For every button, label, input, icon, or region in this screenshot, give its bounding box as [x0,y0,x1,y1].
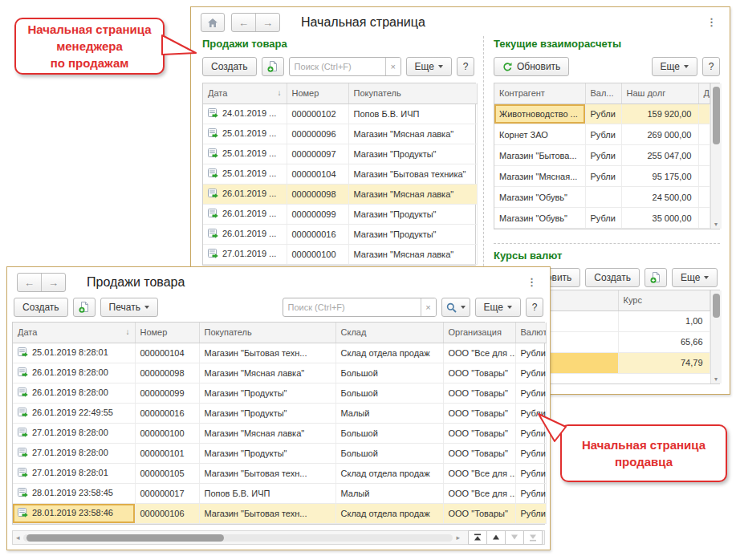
cell-x[interactable] [698,187,710,208]
cell-buyer[interactable]: Магазин "Продукты" [199,443,335,463]
cell-warehouse[interactable]: Склад отдела продаж [335,503,443,523]
cell-currency[interactable]: Рубли [515,443,546,463]
cell-number[interactable]: 000000099 [135,383,199,403]
cell-debt[interactable]: 255 047,00 [621,145,698,166]
search-input[interactable] [290,58,385,75]
cell-debt[interactable]: 159 920,00 [621,103,698,124]
window-menu-kebab-icon[interactable]: ⋮ [523,277,540,288]
cell-buyer[interactable]: Магазин "Продукты" [199,383,335,403]
cell-contractor[interactable]: Магазин "Мясная... [494,166,585,187]
window-menu-kebab-icon[interactable]: ⋮ [703,17,720,28]
col-header-debt[interactable]: Наш долг [621,83,698,103]
col-header-currency[interactable]: Вал... [585,83,621,103]
cell-currency[interactable]: Рубли [515,343,546,363]
cell-org[interactable]: ООО "Все для ... [443,343,515,363]
cell-currency[interactable]: Рубли [515,503,546,523]
more-button[interactable]: Еще [475,298,521,317]
cell-date[interactable]: 25.01.2019 8:28:01 [13,343,135,363]
table-row[interactable]: Магазин "Обувь"Рубли35 000,00 [494,208,710,229]
col-header-date[interactable]: ↓Дата [203,83,287,103]
cell-date[interactable]: 26.01.2019 ... [203,224,287,244]
cell-date[interactable]: 28.01.2019 23:58:45 [13,483,135,503]
cell-org[interactable]: ООО "Все для ... [443,463,515,483]
col-header-extra[interactable]: Д [698,83,710,103]
refresh-button[interactable]: Обновить [494,57,569,76]
table-row[interactable]: 25.01.2019 ...000000096Магазин "Мясная л… [203,124,477,144]
cell-currency[interactable]: Рубли [585,145,621,166]
scrollbar-thumb[interactable] [26,534,225,542]
cell-x[interactable] [698,166,710,187]
back-button[interactable]: ← [18,274,41,291]
cell-warehouse[interactable]: Большой [335,423,443,443]
cell-number[interactable]: 000000097 [287,144,348,164]
back-button[interactable]: ← [232,14,255,31]
cell-number[interactable]: 000000016 [135,403,199,423]
cell-buyer[interactable]: Магазин "Мясная лавка" [348,184,477,204]
cell-x[interactable] [698,145,710,166]
cell-date[interactable]: 26.01.2019 22:49:55 [13,403,135,423]
create-button[interactable]: Создать [14,298,68,317]
cell-warehouse[interactable]: Склад отдела продаж [335,463,443,483]
cell-debt[interactable]: 35 000,00 [621,208,698,229]
cell-rate[interactable]: 1,00 [618,310,710,331]
print-button[interactable]: Печать [100,298,158,317]
cell-contractor[interactable]: Магазин "Обувь" [494,208,585,229]
create-copy-button[interactable] [73,298,96,317]
go-previous-button[interactable] [487,530,506,545]
cell-date[interactable]: 28.01.2019 23:58:46 [13,503,135,523]
cell-warehouse[interactable]: Большой [335,363,443,383]
cell-x[interactable] [698,124,710,145]
cell-number[interactable]: 000000100 [135,423,199,443]
cell-x[interactable] [698,103,710,124]
settlements-panel-title[interactable]: Текущие взаиморасчеты [494,38,621,50]
cell-debt[interactable]: 95 175,00 [621,166,698,187]
cell-currency[interactable]: Рубли [585,208,621,229]
scrollbar-thumb[interactable] [713,87,720,144]
table-row[interactable]: Магазин "Бытова...Рубли255 047,00 [494,145,710,166]
cell-date[interactable]: 27.01.2019 8:28:00 [13,423,135,443]
vertical-scrollbar[interactable]: ▾ [710,290,722,383]
cell-date[interactable]: 26.01.2019 ... [203,184,287,204]
cell-currency[interactable]: Рубли [515,483,546,503]
cell-number[interactable]: 000000104 [135,343,199,363]
cell-date[interactable]: 26.01.2019 8:28:00 [13,383,135,403]
create-button[interactable]: Создать [585,268,640,287]
cell-buyer[interactable]: Магазин "Бытовая техн... [199,503,335,523]
table-row[interactable]: Магазин "Обувь"24 500,00 [494,187,710,208]
create-copy-button[interactable] [262,57,284,76]
cell-number[interactable]: 000000016 [287,224,348,244]
help-button[interactable]: ? [457,57,474,76]
more-button[interactable]: Еще [652,57,697,76]
cell-number[interactable]: 000000106 [135,503,199,523]
cell-org[interactable]: ООО "Товары" [443,423,515,443]
table-row[interactable]: Корнет ЗАОРубли269 000,00 [494,124,710,145]
cell-contractor[interactable]: Магазин "Обувь" [494,187,585,208]
cell-currency[interactable]: Рубли [515,383,546,403]
cell-org[interactable]: ООО "Товары" [443,383,515,403]
col-header-currency[interactable]: Валюта в [515,323,546,343]
scroll-down-icon[interactable]: ▾ [711,221,722,228]
table-row[interactable]: Животноводство ...Рубли159 920,00 [494,103,710,124]
cell-date[interactable]: 24.01.2019 ... [203,103,287,124]
cell-debt[interactable]: 24 500,00 [621,187,698,208]
cell-number[interactable]: 000000099 [287,204,348,224]
scrollbar-thumb[interactable] [713,294,720,318]
cell-number[interactable]: 000000098 [287,184,348,204]
col-header-buyer[interactable]: Покупатель [348,83,477,103]
table-row[interactable]: 24.01.2019 ...000000102Попов Б.В. ИЧП [203,103,477,124]
vertical-scrollbar[interactable]: ▾ [710,83,722,229]
cell-buyer[interactable]: Магазин "Мясная лавка" [348,124,477,144]
table-row[interactable]: 26.01.2019 ...000000098Магазин "Мясная л… [203,184,477,204]
clear-search-icon[interactable]: × [421,298,436,316]
cell-currency[interactable]: Рубли [585,103,621,124]
cell-number[interactable]: 000000101 [135,443,199,463]
cell-date[interactable]: 25.01.2019 ... [203,124,287,144]
cell-buyer[interactable]: Магазин "Продукты" [348,144,477,164]
cell-currency[interactable] [585,187,621,208]
cell-number[interactable]: 000000100 [287,244,348,264]
cell-org[interactable]: ООО "Все для ... [443,483,515,503]
table-row[interactable]: 27.01.2019 8:28:01000000105Магазин "Быто… [13,463,546,483]
cell-rate[interactable]: 65,66 [618,331,710,352]
home-button[interactable] [201,13,225,32]
cell-number[interactable]: 000000105 [135,463,199,483]
